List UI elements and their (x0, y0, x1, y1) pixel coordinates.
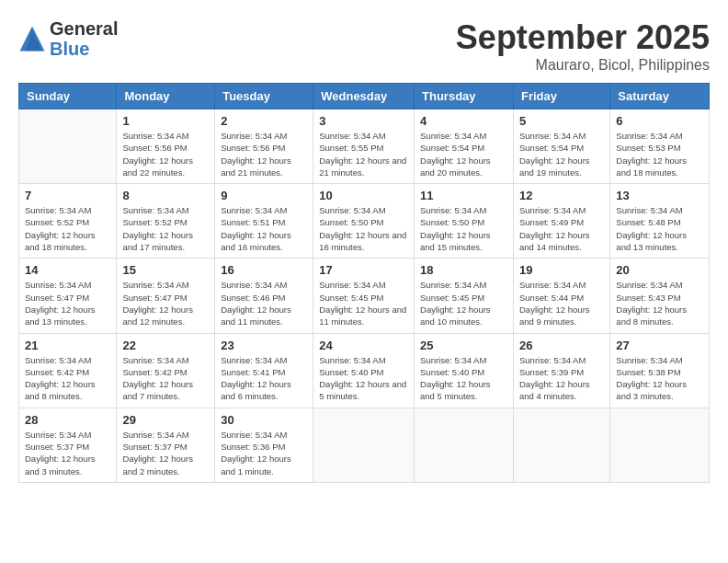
month-title: September 2025 (456, 18, 710, 57)
calendar-week-row: 1 Sunrise: 5:34 AMSunset: 5:56 PMDayligh… (19, 109, 710, 184)
day-number: 20 (616, 263, 703, 277)
day-number: 23 (221, 339, 307, 352)
calendar-week-row: 7 Sunrise: 5:34 AMSunset: 5:52 PMDayligh… (19, 184, 710, 259)
day-number: 6 (616, 114, 703, 128)
calendar-cell: 1 Sunrise: 5:34 AMSunset: 5:56 PMDayligh… (117, 109, 215, 184)
calendar-header-row: SundayMondayTuesdayWednesdayThursdayFrid… (19, 84, 710, 109)
calendar-cell (313, 408, 415, 482)
day-detail: Sunrise: 5:34 AMSunset: 5:43 PMDaylight:… (616, 279, 703, 327)
day-detail: Sunrise: 5:34 AMSunset: 5:54 PMDaylight:… (420, 130, 507, 178)
calendar-cell: 15 Sunrise: 5:34 AMSunset: 5:47 PMDaylig… (117, 259, 215, 333)
day-number: 3 (319, 114, 408, 128)
day-number: 22 (122, 339, 209, 352)
day-detail: Sunrise: 5:34 AMSunset: 5:54 PMDaylight:… (519, 130, 604, 178)
day-number: 25 (420, 339, 507, 352)
calendar-cell (513, 408, 609, 482)
logo-text: General Blue (50, 18, 118, 59)
day-number: 16 (221, 263, 307, 277)
calendar-cell: 6 Sunrise: 5:34 AMSunset: 5:53 PMDayligh… (610, 109, 710, 184)
day-number: 24 (319, 339, 408, 352)
calendar-cell: 19 Sunrise: 5:34 AMSunset: 5:44 PMDaylig… (513, 259, 609, 333)
calendar-cell: 12 Sunrise: 5:34 AMSunset: 5:49 PMDaylig… (513, 184, 609, 259)
day-detail: Sunrise: 5:34 AMSunset: 5:52 PMDaylight:… (122, 204, 209, 253)
day-number: 27 (616, 339, 703, 352)
day-number: 1 (122, 114, 209, 128)
calendar-cell: 3 Sunrise: 5:34 AMSunset: 5:55 PMDayligh… (313, 109, 415, 184)
calendar-cell (19, 109, 117, 184)
calendar-cell: 17 Sunrise: 5:34 AMSunset: 5:45 PMDaylig… (313, 259, 415, 333)
calendar-week-row: 14 Sunrise: 5:34 AMSunset: 5:47 PMDaylig… (19, 259, 710, 333)
column-header-monday: Monday (117, 84, 215, 109)
day-detail: Sunrise: 5:34 AMSunset: 5:50 PMDaylight:… (319, 204, 408, 253)
day-detail: Sunrise: 5:34 AMSunset: 5:56 PMDaylight:… (122, 130, 209, 178)
day-detail: Sunrise: 5:34 AMSunset: 5:45 PMDaylight:… (420, 279, 507, 327)
day-number: 28 (25, 413, 110, 427)
day-detail: Sunrise: 5:34 AMSunset: 5:45 PMDaylight:… (319, 279, 408, 327)
calendar-cell: 23 Sunrise: 5:34 AMSunset: 5:41 PMDaylig… (215, 333, 313, 408)
day-number: 15 (122, 263, 209, 277)
calendar-cell: 7 Sunrise: 5:34 AMSunset: 5:52 PMDayligh… (19, 184, 117, 259)
calendar-cell: 29 Sunrise: 5:34 AMSunset: 5:37 PMDaylig… (117, 408, 215, 482)
column-header-sunday: Sunday (19, 84, 117, 109)
title-section: September 2025 Mauraro, Bicol, Philippin… (456, 18, 710, 74)
logo-blue: Blue (50, 39, 118, 59)
column-header-tuesday: Tuesday (215, 84, 313, 109)
day-detail: Sunrise: 5:34 AMSunset: 5:38 PMDaylight:… (616, 354, 703, 403)
calendar-cell (415, 408, 514, 482)
calendar-cell: 27 Sunrise: 5:34 AMSunset: 5:38 PMDaylig… (610, 333, 710, 408)
day-number: 29 (122, 413, 209, 427)
day-number: 5 (519, 114, 604, 128)
calendar-cell: 28 Sunrise: 5:34 AMSunset: 5:37 PMDaylig… (19, 408, 117, 482)
calendar-cell: 22 Sunrise: 5:34 AMSunset: 5:42 PMDaylig… (117, 333, 215, 408)
day-number: 2 (221, 114, 307, 128)
calendar-cell: 5 Sunrise: 5:34 AMSunset: 5:54 PMDayligh… (513, 109, 609, 184)
page-header: General Blue September 2025 Mauraro, Bic… (18, 18, 710, 74)
calendar-cell: 21 Sunrise: 5:34 AMSunset: 5:42 PMDaylig… (19, 333, 117, 408)
day-number: 9 (221, 189, 307, 202)
logo: General Blue (18, 18, 118, 59)
day-detail: Sunrise: 5:34 AMSunset: 5:40 PMDaylight:… (420, 354, 507, 403)
day-detail: Sunrise: 5:34 AMSunset: 5:47 PMDaylight:… (122, 279, 209, 327)
day-detail: Sunrise: 5:34 AMSunset: 5:53 PMDaylight:… (616, 130, 703, 178)
column-header-wednesday: Wednesday (313, 84, 415, 109)
calendar-cell: 30 Sunrise: 5:34 AMSunset: 5:36 PMDaylig… (215, 408, 313, 482)
logo-icon (18, 25, 46, 52)
column-header-thursday: Thursday (415, 84, 514, 109)
calendar-cell: 14 Sunrise: 5:34 AMSunset: 5:47 PMDaylig… (19, 259, 117, 333)
day-detail: Sunrise: 5:34 AMSunset: 5:37 PMDaylight:… (122, 429, 209, 477)
day-detail: Sunrise: 5:34 AMSunset: 5:55 PMDaylight:… (319, 130, 408, 178)
calendar-cell: 8 Sunrise: 5:34 AMSunset: 5:52 PMDayligh… (117, 184, 215, 259)
day-detail: Sunrise: 5:34 AMSunset: 5:40 PMDaylight:… (319, 354, 408, 403)
day-number: 10 (319, 189, 408, 202)
day-detail: Sunrise: 5:34 AMSunset: 5:42 PMDaylight:… (25, 354, 110, 403)
day-detail: Sunrise: 5:34 AMSunset: 5:47 PMDaylight:… (25, 279, 110, 327)
day-detail: Sunrise: 5:34 AMSunset: 5:39 PMDaylight:… (519, 354, 604, 403)
calendar-cell: 26 Sunrise: 5:34 AMSunset: 5:39 PMDaylig… (513, 333, 609, 408)
calendar-cell: 9 Sunrise: 5:34 AMSunset: 5:51 PMDayligh… (215, 184, 313, 259)
day-number: 4 (420, 114, 507, 128)
day-number: 14 (25, 263, 110, 277)
day-detail: Sunrise: 5:34 AMSunset: 5:52 PMDaylight:… (25, 204, 110, 253)
calendar-cell: 4 Sunrise: 5:34 AMSunset: 5:54 PMDayligh… (415, 109, 514, 184)
column-header-saturday: Saturday (610, 84, 710, 109)
location-title: Mauraro, Bicol, Philippines (456, 57, 710, 74)
day-number: 13 (616, 189, 703, 202)
calendar-cell: 24 Sunrise: 5:34 AMSunset: 5:40 PMDaylig… (313, 333, 415, 408)
calendar-week-row: 21 Sunrise: 5:34 AMSunset: 5:42 PMDaylig… (19, 333, 710, 408)
calendar-cell: 16 Sunrise: 5:34 AMSunset: 5:46 PMDaylig… (215, 259, 313, 333)
day-number: 7 (25, 189, 110, 202)
calendar-cell: 13 Sunrise: 5:34 AMSunset: 5:48 PMDaylig… (610, 184, 710, 259)
calendar-cell: 25 Sunrise: 5:34 AMSunset: 5:40 PMDaylig… (415, 333, 514, 408)
day-number: 8 (122, 189, 209, 202)
day-number: 11 (420, 189, 507, 202)
day-number: 18 (420, 263, 507, 277)
day-detail: Sunrise: 5:34 AMSunset: 5:46 PMDaylight:… (221, 279, 307, 327)
day-number: 21 (25, 339, 110, 352)
day-number: 19 (519, 263, 604, 277)
calendar-cell: 10 Sunrise: 5:34 AMSunset: 5:50 PMDaylig… (313, 184, 415, 259)
day-detail: Sunrise: 5:34 AMSunset: 5:41 PMDaylight:… (221, 354, 307, 403)
logo-general: General (50, 18, 118, 39)
day-detail: Sunrise: 5:34 AMSunset: 5:51 PMDaylight:… (221, 204, 307, 253)
day-detail: Sunrise: 5:34 AMSunset: 5:44 PMDaylight:… (519, 279, 604, 327)
calendar-cell: 11 Sunrise: 5:34 AMSunset: 5:50 PMDaylig… (415, 184, 514, 259)
